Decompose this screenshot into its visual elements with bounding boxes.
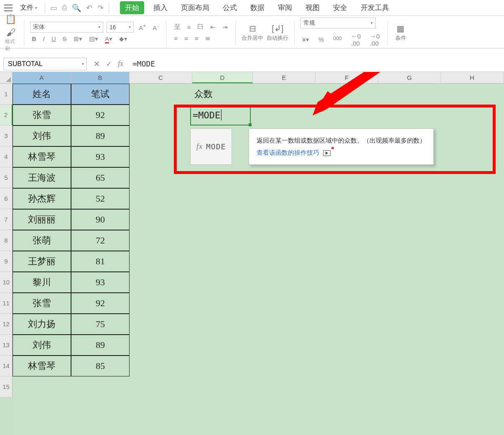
cell-B1[interactable]: 笔试 (71, 84, 130, 105)
increase-decimal-icon[interactable]: ←0.00 (349, 32, 362, 48)
row-header-8[interactable]: 8 (0, 230, 13, 251)
merge-center-button[interactable]: ⊟ 合并居中 (242, 23, 263, 42)
cell-H1[interactable] (439, 84, 501, 105)
undo-icon[interactable]: ↶ (86, 3, 92, 13)
row-header-4[interactable]: 4 (0, 146, 13, 167)
tab-start[interactable]: 开始 (120, 1, 144, 14)
cell-A12[interactable]: 刘力扬 (13, 314, 71, 335)
row-header-9[interactable]: 9 (0, 251, 13, 272)
cell-B10[interactable]: 93 (71, 272, 130, 293)
row-header-12[interactable]: 12 (0, 314, 13, 335)
fill-color-icon[interactable]: ▤▾ (87, 34, 100, 44)
cell-A13[interactable]: 刘伟 (13, 335, 71, 356)
cell-A6[interactable]: 孙杰辉 (13, 188, 71, 209)
highlight-icon[interactable]: ◆▾ (117, 34, 129, 44)
name-box[interactable]: SUBTOTAL ▾ (3, 58, 87, 70)
cell-A3[interactable]: 刘伟 (13, 125, 71, 146)
row-header-1[interactable]: 1 (0, 84, 13, 105)
strikethrough-icon[interactable]: S (61, 34, 69, 43)
tab-data[interactable]: 数据 (246, 1, 269, 14)
cell-A11[interactable]: 张雪 (13, 293, 71, 314)
fill-handle[interactable] (249, 123, 252, 126)
increase-font-icon[interactable]: A+ (137, 22, 148, 32)
cell-B7[interactable]: 90 (71, 209, 130, 230)
col-header-C[interactable]: C (130, 72, 192, 83)
tab-insert[interactable]: 插入 (149, 1, 172, 14)
tab-developer[interactable]: 开发工具 (356, 1, 393, 14)
italic-icon[interactable]: I (41, 34, 46, 43)
decrease-indent-icon[interactable]: ⇤ (209, 23, 217, 32)
align-bottom-icon[interactable]: ⾅ (196, 22, 205, 32)
align-right-icon[interactable]: ≡ (193, 34, 200, 43)
accept-edit-icon[interactable]: ✓ (106, 59, 112, 69)
cell-G2[interactable] (376, 105, 439, 125)
cell-A14[interactable]: 林雪琴 (13, 356, 71, 376)
cell-B11[interactable]: 92 (71, 293, 130, 314)
cell-B9[interactable]: 81 (71, 251, 130, 272)
cell-E2[interactable] (251, 105, 313, 125)
cell-A1[interactable]: 姓名 (13, 84, 71, 105)
cell-C2[interactable] (130, 105, 190, 125)
row-header-7[interactable]: 7 (0, 209, 13, 230)
align-top-icon[interactable]: ⾄ (173, 22, 182, 32)
row-header-5[interactable]: 5 (0, 167, 13, 188)
cell-F2[interactable] (313, 105, 376, 125)
underline-icon[interactable]: U (50, 34, 58, 43)
cell-B6[interactable]: 52 (71, 188, 130, 209)
redo-icon[interactable]: ↷ (97, 3, 104, 13)
cell-B3[interactable]: 89 (71, 125, 130, 146)
select-all-button[interactable] (0, 72, 13, 84)
function-help-link[interactable]: 查看该函数的操作技巧 (257, 149, 319, 156)
currency-icon[interactable]: ¥▾ (300, 35, 311, 44)
bold-icon[interactable]: B (30, 34, 38, 43)
cell-B4[interactable]: 93 (71, 146, 130, 167)
increase-indent-icon[interactable]: ⇥ (221, 23, 229, 32)
row-header-14[interactable]: 14 (0, 356, 13, 376)
print-icon[interactable]: ⎙ (62, 3, 67, 12)
worksheet[interactable]: A B C D E F G H 1 2 3 4 5 6 7 8 9 10 11 … (0, 72, 504, 435)
tab-security[interactable]: 安全 (329, 1, 351, 14)
align-center-icon[interactable]: ≡ (183, 34, 190, 43)
print-preview-icon[interactable]: 🔍 (72, 3, 81, 13)
col-header-H[interactable]: H (441, 72, 504, 83)
align-middle-icon[interactable]: ≡ (186, 23, 193, 31)
function-suggestion-item[interactable]: fx MODE (190, 128, 232, 165)
col-header-A[interactable]: A (13, 72, 71, 83)
cell-C1[interactable] (130, 84, 190, 105)
cell-A10[interactable]: 黎川 (13, 272, 71, 293)
borders-icon[interactable]: ⊞▾ (72, 34, 84, 44)
cell-B2[interactable]: 92 (71, 105, 130, 125)
format-painter-button[interactable]: 🖌 格式刷 (5, 27, 17, 52)
number-format-select[interactable]: 常规 ▾ (300, 18, 376, 28)
justify-icon[interactable]: ≣ (204, 33, 212, 43)
col-header-E[interactable]: E (253, 72, 316, 83)
formula-input[interactable] (130, 58, 504, 70)
font-color-icon[interactable]: A▾ (103, 34, 114, 44)
cell-A5[interactable]: 王海波 (13, 167, 71, 188)
cell-B14[interactable]: 85 (71, 356, 130, 376)
row-header-15[interactable]: 15 (0, 376, 13, 397)
font-size-select[interactable]: 16 ▾ (107, 22, 134, 33)
col-header-B[interactable]: B (71, 72, 130, 83)
row-header-10[interactable]: 10 (0, 272, 13, 293)
cell-A9[interactable]: 王梦丽 (13, 251, 71, 272)
decrease-decimal-icon[interactable]: →0.00 (368, 32, 381, 48)
cell-D1[interactable]: 众数 (190, 84, 251, 105)
save-icon[interactable]: ▭ (50, 3, 57, 13)
row-header-6[interactable]: 6 (0, 188, 13, 209)
cell-H2[interactable] (439, 105, 501, 125)
cell-A4[interactable]: 林雪琴 (13, 146, 71, 167)
row-header-13[interactable]: 13 (0, 335, 13, 356)
cell-F1[interactable] (313, 84, 376, 105)
cell-E1[interactable] (251, 84, 313, 105)
paste-icon[interactable]: 📋 (3, 13, 18, 26)
tab-formulas[interactable]: 公式 (219, 1, 241, 14)
row-header-11[interactable]: 11 (0, 293, 13, 314)
col-header-F[interactable]: F (316, 72, 378, 83)
cell-B12[interactable]: 75 (71, 314, 130, 335)
file-menu[interactable]: 文件 ▾ (18, 2, 40, 13)
cancel-edit-icon[interactable]: ✕ (94, 59, 100, 69)
row-header-3[interactable]: 3 (0, 125, 13, 146)
tab-review[interactable]: 审阅 (274, 1, 296, 14)
col-header-D[interactable]: D (192, 72, 253, 83)
